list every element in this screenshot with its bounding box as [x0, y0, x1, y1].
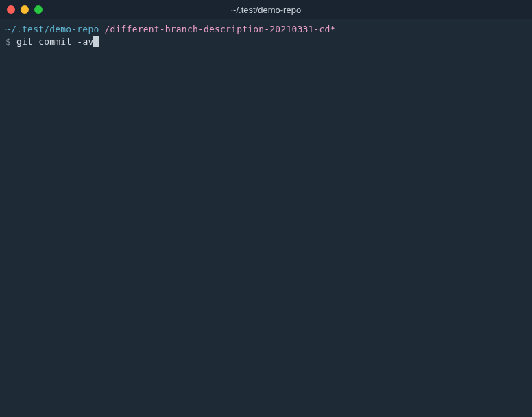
maximize-icon[interactable] [34, 5, 43, 14]
command-line[interactable]: $ git commit -av [5, 36, 527, 48]
cursor-icon [93, 36, 99, 47]
close-icon[interactable] [7, 5, 15, 14]
prompt-path: ~/.test/demo-repo [5, 24, 99, 34]
prompt-symbol: $ [5, 36, 11, 47]
traffic-lights [7, 5, 43, 14]
prompt-line: ~/.test/demo-repo /different-branch-desc… [5, 23, 527, 36]
prompt-branch: /different-branch-description-20210331-c… [105, 24, 336, 34]
window-title: ~/.test/demo-repo [0, 5, 532, 15]
window-titlebar: ~/.test/demo-repo [0, 0, 532, 19]
command-input[interactable]: git commit -av [16, 36, 93, 47]
terminal-body[interactable]: ~/.test/demo-repo /different-branch-desc… [0, 19, 532, 417]
minimize-icon[interactable] [21, 5, 29, 14]
